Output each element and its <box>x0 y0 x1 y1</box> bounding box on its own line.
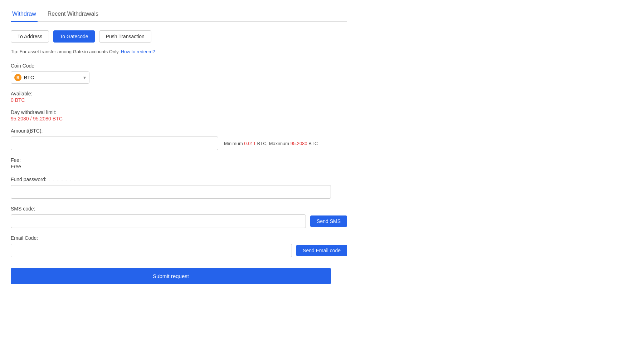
submit-request-button[interactable]: Submit request <box>11 268 331 284</box>
email-code-group: Email Code: Send Email code <box>11 235 347 257</box>
amount-row: Minimum 0.011 BTC, Maximum 95.2080 BTC <box>11 137 347 150</box>
push-transaction-button[interactable]: Push Transaction <box>99 30 151 43</box>
amount-input[interactable] <box>11 137 218 150</box>
day-limit-block: Day withdrawal limit: 95.2080 / 95.2080 … <box>11 109 347 122</box>
amount-hint-min: 0.011 <box>244 141 256 146</box>
available-value: 0 BTC <box>11 97 347 103</box>
to-gatecode-button[interactable]: To Gatecode <box>53 30 94 43</box>
coin-code-label: Coin Code <box>11 63 347 69</box>
tab-withdraw[interactable]: Withdraw <box>11 7 38 22</box>
amount-hint-max: 95.2080 <box>291 141 307 146</box>
tab-recent-withdrawals[interactable]: Recent Withdrawals <box>46 7 100 22</box>
tip-text: Tip: For asset transfer among Gate.io ac… <box>11 49 347 54</box>
btc-icon: B <box>14 74 21 81</box>
fee-label: Fee: <box>11 157 347 163</box>
email-code-input[interactable] <box>11 244 292 257</box>
email-code-row: Send Email code <box>11 244 347 257</box>
to-address-button[interactable]: To Address <box>11 30 49 43</box>
day-limit-label: Day withdrawal limit: <box>11 109 347 115</box>
email-code-label: Email Code: <box>11 235 347 241</box>
amount-hint-mid: BTC, Maximum <box>257 141 289 146</box>
tab-bar: Withdraw Recent Withdrawals <box>11 7 347 22</box>
sms-code-row: Send SMS <box>11 214 347 228</box>
available-label: Available: <box>11 91 347 96</box>
sms-code-input[interactable] <box>11 214 306 228</box>
send-email-code-button[interactable]: Send Email code <box>296 245 347 256</box>
send-sms-button[interactable]: Send SMS <box>310 215 347 227</box>
fund-password-group: Fund password: - - - - - - - - <box>11 177 347 199</box>
amount-hint-suffix: BTC <box>308 141 318 146</box>
amount-hint-prefix: Minimum <box>224 141 243 146</box>
action-buttons-row: To Address To Gatecode Push Transaction <box>11 30 347 43</box>
coin-select[interactable]: BTC ETH USDT LTC <box>11 71 89 84</box>
fee-block: Fee: Free <box>11 157 347 169</box>
sms-code-label: SMS code: <box>11 206 347 212</box>
amount-hint: Minimum 0.011 BTC, Maximum 95.2080 BTC <box>224 141 318 146</box>
how-to-redeem-link[interactable]: How to redeem? <box>121 49 155 54</box>
fund-password-dashes: - - - - - - - - <box>49 177 81 182</box>
fund-password-label-row: Fund password: - - - - - - - - <box>11 177 347 182</box>
fund-password-input[interactable] <box>11 185 331 199</box>
amount-label: Amount(BTC): <box>11 128 347 134</box>
fee-value: Free <box>11 164 347 169</box>
amount-group: Amount(BTC): Minimum 0.011 BTC, Maximum … <box>11 128 347 150</box>
coin-code-group: Coin Code B BTC ETH USDT LTC ▾ <box>11 63 347 84</box>
coin-select-wrapper: B BTC ETH USDT LTC ▾ <box>11 71 89 84</box>
sms-code-group: SMS code: Send SMS <box>11 206 347 228</box>
fund-password-label: Fund password: <box>11 177 47 182</box>
available-block: Available: 0 BTC <box>11 91 347 103</box>
day-limit-value: 95.2080 / 95.2080 BTC <box>11 116 347 122</box>
tip-content: Tip: For asset transfer among Gate.io ac… <box>11 49 119 54</box>
